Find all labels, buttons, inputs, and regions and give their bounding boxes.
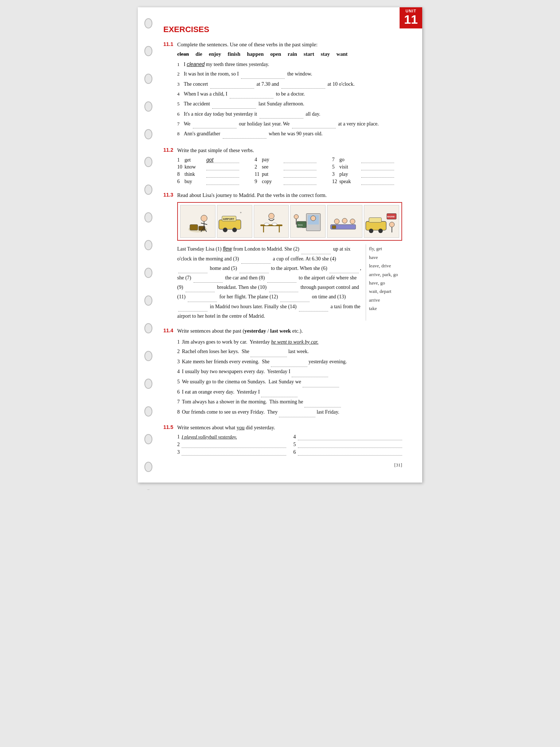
exercise-11-5: 11.5 Write sentences about what you did … (163, 424, 402, 456)
reading-para: Last Tuesday Lisa (1) flew from London t… (177, 244, 361, 321)
svg-text:MADRID: MADRID (387, 216, 395, 218)
hole-4 (144, 101, 152, 112)
svg-rect-2 (190, 225, 198, 231)
svg-text:AIRPORT: AIRPORT (223, 218, 234, 220)
unit-box: UNIT 11 (400, 7, 422, 28)
hole-7 (144, 185, 152, 195)
hole-16 (144, 434, 152, 444)
sentence-block-11-4: 1 Jim always goes to work by car. Yester… (177, 337, 402, 418)
c5-3: 3 (177, 449, 286, 456)
svg-rect-42 (369, 218, 381, 222)
reading-section: Last Tuesday Lisa (1) flew from London t… (177, 244, 402, 321)
ex11-2-instruction: Write the past simple of these verbs. (177, 147, 402, 155)
svg-text:PORTS: PORTS (297, 227, 303, 229)
scene-6-svg: MADRID (364, 205, 399, 237)
svg-rect-10 (219, 220, 241, 229)
hole-2 (144, 46, 152, 56)
sentence-1-2: 2 It was hot in the room, so I the windo… (177, 70, 402, 78)
svg-point-4 (201, 215, 207, 221)
svg-point-30 (294, 214, 299, 219)
vt-5: 5 visit (332, 164, 402, 170)
vt-9: 9 copy (254, 179, 324, 185)
hole-11 (144, 295, 152, 306)
s4-5: 5 We usually go to the cinema on Sundays… (177, 377, 402, 387)
page: UNIT 11 EXERCISES 11.1 Complete the sent… (138, 7, 422, 483)
exercises-heading: EXERCISES (163, 25, 402, 34)
hole-3 (144, 74, 152, 84)
scene-4: PASS PORTS (290, 205, 326, 238)
svg-point-11 (223, 228, 227, 232)
svg-text:PASS: PASS (298, 224, 303, 226)
svg-point-40 (369, 229, 373, 233)
verb-finish: finish (228, 51, 241, 57)
ex11-5-row: 11.5 Write sentences about what you did … (163, 424, 402, 456)
reading-sidebar: fly, get have leave, drive arrive, park,… (366, 244, 402, 321)
c5-5: 5 (293, 442, 402, 448)
ex11-4-num: 11.4 (163, 328, 177, 333)
scene-2: AIRPORT ✈ (217, 205, 252, 238)
ex11-1-row: 11.1 Complete the sentences. Use one of … (163, 41, 402, 140)
verb-want: want (337, 51, 348, 57)
vt-1: 1 get got (177, 157, 247, 163)
c5-2: 2 (177, 442, 286, 448)
hole-18 (144, 489, 152, 490)
sentence-1-4: 4 When I was a child, I to be a doctor. (177, 90, 402, 98)
sentence-1-1: 1 I cleaned my teeth three times yesterd… (177, 60, 402, 69)
hole-6 (144, 157, 152, 167)
hole-17 (144, 462, 152, 472)
svg-point-35 (342, 218, 347, 224)
scene-1-svg (180, 205, 215, 237)
c5-1: 1 I played volleyball yesterday. (177, 434, 286, 440)
sentence-1-8: 8 Ann's grandfather when he was 90 years… (177, 130, 402, 138)
two-col-11-5: 1 I played volleyball yesterday. 4 2 5 (177, 434, 402, 456)
verb-table-11-2: 1 get got 4 pay 7 go 1 (177, 157, 402, 185)
hole-1 (144, 18, 152, 28)
svg-point-26 (311, 216, 316, 221)
scene-3 (254, 205, 289, 238)
hole-10 (144, 268, 152, 278)
svg-point-36 (350, 219, 355, 224)
ex11-5-content: Write sentences about what you did yeste… (177, 424, 402, 456)
exercise-11-3: 11.3 Read about Lisa's journey to Madrid… (163, 191, 402, 321)
ans-flew: flew (223, 246, 232, 252)
svg-point-12 (232, 228, 237, 232)
c5-4: 4 (293, 434, 402, 440)
verb-list-11-1: clean die enjoy finish happen open rain … (177, 51, 402, 57)
sentence-1-3: 3 The concert at 7.30 and at 10 o'clock. (177, 80, 402, 89)
svg-point-41 (378, 229, 383, 233)
scene-2-svg: AIRPORT ✈ (217, 205, 252, 237)
svg-point-21 (272, 223, 277, 226)
sentence-1-7: 7 We our holiday last year. We at a very… (177, 120, 402, 128)
ex11-1-content: Complete the sentences. Use one of these… (177, 41, 402, 140)
ex11-2-content: Write the past simple of these verbs. 1 … (177, 147, 402, 185)
s4-8: 8 Our friends come to see us every Frida… (177, 407, 402, 418)
hole-12 (144, 323, 152, 333)
ex11-3-instruction: Read about Lisa's journey to Madrid. Put… (177, 191, 402, 200)
ex11-4-row: 11.4 Write sentences about the past (yes… (163, 327, 402, 418)
reading-text: Last Tuesday Lisa (1) flew from London t… (177, 244, 361, 321)
s4-1: 1 Jim always goes to work by car. Yester… (177, 337, 402, 347)
spiral-holes (144, 18, 152, 490)
vt-10: 10 know (177, 164, 247, 170)
s4-2: 2 Rachel often loses her keys. She last … (177, 347, 402, 357)
verb-start: start (304, 51, 314, 57)
svg-rect-37 (332, 226, 336, 229)
s4-6: 6 I eat an orange every day. Yesterday I (177, 387, 402, 398)
hole-5 (144, 129, 152, 139)
svg-rect-16 (254, 208, 289, 236)
svg-rect-39 (366, 221, 386, 230)
exercise-11-2: 11.2 Write the past simple of these verb… (163, 147, 402, 185)
hole-15 (144, 406, 152, 417)
vt-7: 7 go (332, 157, 402, 163)
ex11-1-num: 11.1 (163, 41, 177, 47)
ex11-1-instruction: Complete the sentences. Use one of these… (177, 41, 402, 49)
exercise-11-1: 11.1 Complete the sentences. Use one of … (163, 41, 402, 140)
scene-4-svg: PASS PORTS (291, 205, 325, 237)
vt-4: 4 pay (254, 157, 324, 163)
verb-rain: rain (288, 51, 297, 57)
hole-8 (144, 212, 152, 222)
scene-1 (180, 205, 215, 238)
hole-9 (144, 240, 152, 250)
s4-7: 7 Tom always has a shower in the morning… (177, 397, 402, 407)
svg-point-45 (389, 222, 394, 227)
